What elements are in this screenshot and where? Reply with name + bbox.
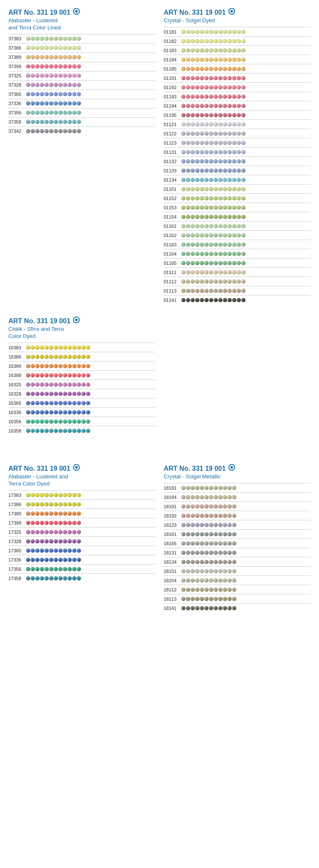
bead-row: 01183 bbox=[164, 45, 311, 55]
bead-code: 37325 bbox=[8, 73, 26, 78]
bead-row: 01181 bbox=[164, 27, 311, 36]
bead-dots bbox=[26, 373, 91, 378]
bead-code: 17328 bbox=[8, 539, 26, 544]
bead-dots bbox=[26, 354, 91, 359]
bead-dots bbox=[181, 76, 246, 81]
bead-row: 37342 bbox=[8, 127, 155, 136]
bead-row: 01163 bbox=[164, 240, 311, 249]
bead-dots bbox=[26, 520, 81, 525]
bead-dots bbox=[181, 513, 237, 518]
bead-row: 17386 bbox=[8, 499, 155, 509]
bead-code: 16325 bbox=[8, 382, 26, 387]
bead-row: 17365 bbox=[8, 546, 155, 555]
bead-code: 01131 bbox=[164, 150, 181, 155]
section-subtitle-5: Alabaster - Lustered and Terra Color Dye… bbox=[8, 473, 71, 488]
bead-code: 01153 bbox=[164, 205, 181, 210]
bead-code: 37342 bbox=[8, 129, 26, 134]
bead-code: 37398 bbox=[8, 64, 26, 69]
bead-dots bbox=[181, 187, 246, 192]
bead-code: 37336 bbox=[8, 101, 26, 106]
bead-dots bbox=[26, 92, 81, 97]
bead-row: 01141 bbox=[164, 295, 311, 304]
bead-code: 01185 bbox=[164, 66, 181, 71]
bead-code: 16356 bbox=[8, 419, 26, 424]
bead-row: 17389 bbox=[8, 509, 155, 518]
bead-code: 01141 bbox=[164, 298, 181, 303]
bead-dots bbox=[181, 48, 246, 53]
bead-dots bbox=[26, 401, 91, 406]
bead-row: 16389 bbox=[8, 361, 155, 370]
bead-row: 01111 bbox=[164, 267, 311, 277]
bead-list-1: 3738337386373893739837325373283736537336… bbox=[8, 34, 155, 136]
bead-row: 37389 bbox=[8, 53, 155, 62]
bead-row: 01162 bbox=[164, 230, 311, 240]
bead-dots bbox=[26, 101, 81, 106]
bead-code: 18192 bbox=[164, 513, 181, 518]
bead-row: 01185 bbox=[164, 64, 311, 73]
bead-code: 01183 bbox=[164, 48, 181, 53]
section-subtitle-2: Crystal - Solgel Dyed bbox=[164, 17, 226, 24]
bead-code: 01151 bbox=[164, 187, 181, 192]
bead-dots bbox=[26, 502, 81, 507]
bead-row: 37328 bbox=[8, 80, 155, 90]
bead-code: 01164 bbox=[164, 251, 181, 256]
bead-code: 37386 bbox=[8, 45, 26, 50]
bead-code: 37389 bbox=[8, 55, 26, 60]
bead-dots bbox=[181, 177, 246, 182]
bead-row: 01191 bbox=[164, 73, 311, 82]
bead-code: 16383 bbox=[8, 345, 26, 350]
section-art-no-2: ART No. 331 19 001 bbox=[164, 8, 226, 16]
bead-code: 01152 bbox=[164, 196, 181, 201]
section-alabaster-dyed: ART No. 331 19 001 Alabaster - Lustered … bbox=[4, 464, 160, 612]
bead-dots bbox=[181, 103, 246, 108]
bead-dots bbox=[181, 587, 237, 592]
bead-row: 18191 bbox=[164, 501, 311, 511]
circle-icon-1 bbox=[73, 8, 80, 15]
section-title-row-1: ART No. 331 19 001 Alabaster - Lustered … bbox=[8, 8, 155, 34]
bead-row: 01152 bbox=[164, 193, 311, 203]
bead-row: 37398 bbox=[8, 62, 155, 71]
bead-list-3: 1638316386163891639816325163281636516336… bbox=[8, 343, 155, 435]
bead-dots bbox=[181, 279, 246, 284]
bead-row: 01192 bbox=[164, 82, 311, 92]
bead-code: 18112 bbox=[164, 587, 181, 592]
bead-code: 17356 bbox=[8, 567, 26, 572]
bead-code: 18184 bbox=[164, 495, 181, 500]
bead-dots bbox=[181, 85, 246, 90]
bottom-section-row: ART No. 331 19 001 Alabaster - Lustered … bbox=[4, 460, 315, 621]
bead-row: 16386 bbox=[8, 352, 155, 361]
bead-dots bbox=[181, 131, 246, 136]
top-section-row: ART No. 331 19 001 Alabaster - Lustered … bbox=[4, 4, 315, 313]
bead-code: 18161 bbox=[164, 532, 181, 537]
bead-code: 37365 bbox=[8, 92, 26, 97]
bead-code: 01195 bbox=[164, 113, 181, 118]
bead-code: 37356 bbox=[8, 110, 26, 115]
bead-dots bbox=[26, 548, 81, 553]
bead-dots bbox=[181, 94, 246, 99]
bead-code: 01184 bbox=[164, 57, 181, 62]
bead-row: 18165 bbox=[164, 538, 311, 548]
mid-section-row: ART No. 331 19 001 Chalk - Sfinx and Ter… bbox=[4, 313, 315, 443]
bead-code: 01165 bbox=[164, 261, 181, 266]
bead-code: 01163 bbox=[164, 242, 181, 247]
bead-dots bbox=[181, 550, 237, 555]
bead-dots bbox=[181, 251, 246, 256]
bead-row: 01123 bbox=[164, 138, 311, 147]
bead-dots bbox=[181, 214, 246, 219]
bead-row: 01122 bbox=[164, 129, 311, 138]
bead-row: 01154 bbox=[164, 212, 311, 221]
bead-row: 01193 bbox=[164, 92, 311, 101]
bead-row: 18134 bbox=[164, 557, 311, 566]
bead-code: 17389 bbox=[8, 511, 26, 516]
bead-code: 37383 bbox=[8, 36, 26, 41]
bead-row: 18151 bbox=[164, 566, 311, 575]
bead-dots bbox=[181, 113, 246, 118]
bead-dots bbox=[181, 596, 237, 602]
bead-row: 01132 bbox=[164, 156, 311, 166]
bead-row: 01151 bbox=[164, 184, 311, 193]
bead-row: 17356 bbox=[8, 564, 155, 573]
bead-row: 37358 bbox=[8, 117, 155, 127]
bead-dots bbox=[181, 541, 237, 546]
bead-dots bbox=[26, 82, 81, 87]
bead-dots bbox=[26, 410, 91, 415]
